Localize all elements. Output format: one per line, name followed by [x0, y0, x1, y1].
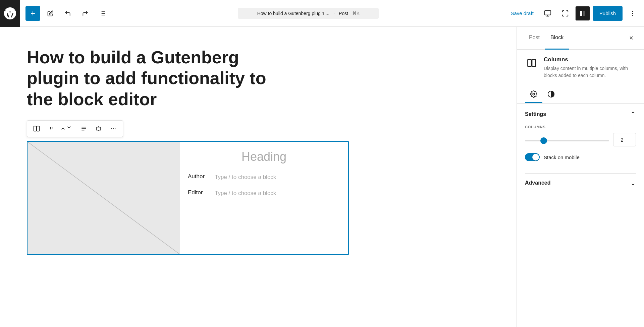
advanced-title: Advanced — [525, 180, 550, 186]
svg-point-27 — [113, 128, 114, 129]
preview-button[interactable] — [540, 6, 555, 21]
block-type-icon — [525, 56, 538, 70]
block-name: Columns — [544, 56, 636, 63]
svg-rect-12 — [34, 126, 37, 131]
column-row-author: Author Type / to choose a block — [188, 173, 340, 181]
placeholder-diagonal — [28, 142, 180, 254]
tab-block[interactable]: Block — [545, 27, 569, 50]
undo-button[interactable] — [60, 6, 75, 21]
styles-icon-tab[interactable] — [542, 86, 560, 103]
settings-chevron-icon: ⌃ — [630, 110, 636, 118]
sidebar-tabs: Post Block × — [517, 27, 644, 50]
settings-section: Settings ⌃ COLUMNS 2 Stack on mobile — [517, 104, 644, 173]
svg-point-26 — [111, 128, 112, 129]
tab-post[interactable]: Post — [524, 27, 545, 50]
toolbar-right: Save draft Publish — [506, 6, 640, 21]
pencil-button[interactable] — [43, 6, 58, 21]
svg-point-10 — [632, 13, 633, 14]
svg-rect-8 — [583, 11, 585, 16]
editor-label: Editor — [188, 189, 208, 196]
columns-label: COLUMNS — [525, 125, 636, 129]
sidebar: Post Block × Columns Display content in … — [517, 27, 644, 327]
sidebar-toggle-button[interactable] — [575, 6, 590, 21]
stack-on-mobile-label: Stack on mobile — [544, 154, 580, 160]
more-block-options-button[interactable] — [107, 122, 120, 135]
svg-rect-30 — [528, 60, 531, 67]
advanced-chevron-icon: ⌄ — [630, 179, 636, 187]
list-view-button[interactable] — [95, 6, 110, 21]
save-draft-button[interactable]: Save draft — [506, 8, 537, 19]
columns-number-input[interactable]: 2 — [613, 133, 636, 146]
svg-point-32 — [533, 93, 535, 95]
columns-block-type-button[interactable] — [30, 122, 43, 135]
editor-type-hint[interactable]: Type / to choose a block — [215, 189, 276, 197]
sidebar-close-button[interactable]: × — [625, 32, 637, 44]
column-1-placeholder[interactable] — [28, 142, 180, 254]
settings-header[interactable]: Settings ⌃ — [525, 110, 636, 118]
svg-point-14 — [50, 127, 51, 128]
svg-rect-31 — [532, 60, 536, 67]
more-options-button[interactable] — [625, 6, 640, 21]
editor-area: How to build a Gutenberg plugin to add f… — [0, 27, 517, 327]
toolbar-center: How to build a Gutenberg plugin ... · Po… — [113, 8, 504, 19]
publish-button[interactable]: Publish — [593, 6, 623, 21]
svg-rect-13 — [37, 126, 40, 131]
main-area: How to build a Gutenberg plugin to add f… — [0, 27, 644, 327]
column-row-editor: Editor Type / to choose a block — [188, 189, 340, 197]
author-type-hint[interactable]: Type / to choose a block — [215, 173, 276, 181]
block-info-text: Columns Display content in multiple colu… — [544, 56, 636, 79]
columns-control: 2 — [525, 133, 636, 146]
svg-rect-24 — [97, 127, 101, 130]
columns-slider[interactable] — [525, 140, 609, 141]
vertical-align-button[interactable] — [92, 122, 105, 135]
block-description: Display content in multiple columns, wit… — [544, 65, 636, 79]
svg-point-19 — [52, 130, 52, 130]
column-heading[interactable]: Heading — [188, 150, 340, 164]
move-up-down-button[interactable] — [59, 122, 73, 135]
svg-line-29 — [28, 142, 180, 254]
keyboard-shortcut: ⌘K — [352, 11, 360, 16]
svg-rect-7 — [580, 11, 582, 16]
block-toolbar — [27, 120, 123, 137]
sidebar-icon-tabs — [517, 86, 644, 104]
column-2-content: Heading Author Type / to choose a block … — [180, 142, 348, 254]
toggle-thumb — [532, 154, 539, 160]
title-separator: · — [333, 11, 335, 16]
add-block-button[interactable]: + — [25, 6, 40, 21]
settings-title: Settings — [525, 111, 546, 117]
svg-point-28 — [115, 128, 115, 129]
stack-on-mobile-toggle[interactable] — [525, 153, 540, 161]
stack-on-mobile-row: Stack on mobile — [525, 153, 636, 161]
advanced-section: Advanced ⌄ — [517, 173, 644, 199]
author-label: Author — [188, 173, 208, 180]
settings-icon-tab[interactable] — [525, 86, 542, 103]
align-button[interactable] — [77, 122, 91, 135]
svg-point-17 — [52, 128, 52, 129]
post-title[interactable]: How to build a Gutenberg plugin to add f… — [27, 47, 295, 110]
wp-logo — [0, 0, 20, 27]
svg-point-16 — [50, 128, 51, 129]
post-title-text: How to build a Gutenberg plugin ... — [257, 11, 330, 16]
svg-point-11 — [632, 15, 633, 16]
svg-rect-6 — [545, 10, 551, 15]
fullscreen-button[interactable] — [558, 6, 573, 21]
block-info: Columns Display content in multiple colu… — [517, 50, 644, 86]
columns-slider-container — [525, 134, 609, 145]
advanced-header[interactable]: Advanced ⌄ — [525, 173, 636, 192]
top-toolbar: + How to build a Gutenberg plugin ... · … — [0, 0, 644, 27]
toolbar-title-area[interactable]: How to build a Gutenberg plugin ... · Po… — [238, 8, 379, 19]
drag-handle-button[interactable] — [45, 122, 58, 135]
redo-button[interactable] — [78, 6, 93, 21]
columns-block[interactable]: Heading Author Type / to choose a block … — [27, 141, 349, 255]
svg-point-18 — [50, 130, 51, 130]
svg-point-15 — [52, 127, 52, 128]
svg-point-9 — [632, 11, 633, 12]
toolbar-divider — [75, 124, 75, 133]
post-type-label: Post — [339, 11, 348, 16]
